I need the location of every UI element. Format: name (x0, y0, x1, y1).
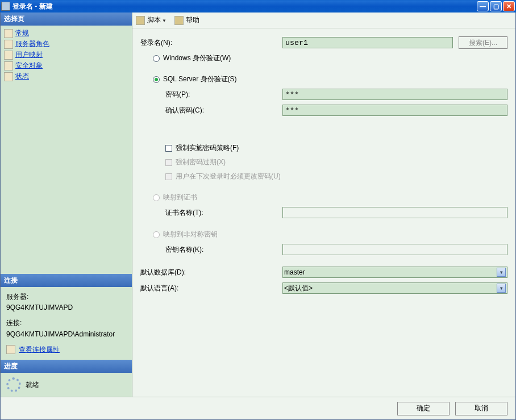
radio-icon (153, 231, 160, 238)
chevron-down-icon: ▾ (497, 268, 506, 277)
titlebar: 登录名 - 新建 — ▢ ✕ (0, 0, 516, 13)
key-name-label: 密钥名称(K): (140, 245, 282, 255)
connection-value: 9QG4KMTUJIMVAPD\Administrator (6, 329, 126, 340)
dialog-footer: 确定 取消 (1, 397, 515, 419)
enforce-expire-label: 强制密码过期(X) (176, 157, 226, 167)
checkbox-icon (165, 159, 172, 166)
page-icon (4, 61, 13, 70)
minimize-button[interactable]: — (477, 1, 489, 11)
sidebar-item-general[interactable]: 常规 (3, 28, 130, 39)
password-label: 密码(P): (140, 90, 282, 99)
sidebar-item-server-roles[interactable]: 服务器角色 (3, 39, 130, 49)
default-db-label: 默认数据库(D): (140, 268, 282, 277)
enforce-expire-checkbox: 强制密码过期(X) (140, 157, 507, 167)
page-icon (4, 51, 13, 60)
map-asym-label: 映射到非对称密钥 (163, 230, 218, 239)
key-name-input (282, 244, 507, 255)
sidebar-item-label: 状态 (15, 72, 29, 81)
must-change-label: 用户在下次登录时必须更改密码(U) (176, 172, 281, 181)
auth-sql-label: SQL Server 身份验证(S) (163, 74, 237, 84)
pages-header: 选择页 (1, 13, 132, 26)
default-lang-select[interactable]: <默认值> ▾ (282, 282, 507, 294)
script-dropdown[interactable]: 脚本 (147, 15, 167, 25)
connection-header: 连接 (1, 274, 132, 287)
sidebar-item-securables[interactable]: 安全对象 (3, 60, 130, 71)
checkbox-icon (165, 173, 172, 180)
content-panel: 脚本 帮助 登录名(N): 搜索(E)... Windows 身份验证(W) S… (132, 13, 515, 397)
map-asym-radio: 映射到非对称密钥 (140, 230, 507, 239)
sidebar-item-user-mapping[interactable]: 用户映射 (3, 49, 130, 60)
login-name-label: 登录名(N): (140, 38, 282, 48)
cancel-button[interactable]: 取消 (455, 402, 507, 415)
help-icon (174, 16, 184, 25)
sidebar: 选择页 常规 服务器角色 用户映射 安全对象 状态 (1, 13, 132, 397)
sidebar-item-label: 服务器角色 (15, 39, 49, 49)
map-cert-label: 映射到证书 (163, 193, 197, 202)
password-input[interactable] (282, 89, 507, 100)
progress-status: 就绪 (26, 380, 39, 390)
view-connection-properties[interactable]: 查看连接属性 (19, 344, 60, 355)
checkbox-icon (165, 145, 172, 152)
progress-ring-icon (6, 377, 21, 392)
default-lang-label: 默认语言(A): (140, 284, 282, 293)
default-db-select[interactable]: master ▾ (282, 267, 507, 278)
progress-header: 进度 (1, 360, 132, 373)
login-name-input[interactable] (282, 37, 453, 48)
window-title: 登录名 - 新建 (13, 2, 477, 11)
server-label: 服务器: (6, 292, 126, 302)
auth-sql-radio[interactable]: SQL Server 身份验证(S) (140, 74, 507, 84)
page-icon (4, 72, 13, 81)
sidebar-item-label: 安全对象 (15, 61, 43, 70)
close-button[interactable]: ✕ (503, 1, 515, 11)
app-icon (1, 2, 10, 11)
map-cert-radio: 映射到证书 (140, 193, 507, 202)
enforce-policy-checkbox[interactable]: 强制实施密码策略(F) (140, 143, 507, 153)
enforce-policy-label: 强制实施密码策略(F) (176, 143, 239, 153)
auth-windows-radio[interactable]: Windows 身份验证(W) (140, 53, 507, 63)
sidebar-item-label: 用户映射 (15, 50, 43, 60)
radio-icon (153, 55, 160, 62)
script-icon (136, 16, 145, 25)
page-icon (4, 40, 13, 49)
must-change-checkbox: 用户在下次登录时必须更改密码(U) (140, 172, 507, 181)
chevron-down-icon: ▾ (497, 284, 506, 293)
search-button: 搜索(E)... (459, 36, 507, 49)
default-db-value: master (284, 268, 305, 276)
sidebar-item-status[interactable]: 状态 (3, 71, 130, 82)
radio-icon (153, 76, 160, 83)
page-icon (4, 29, 13, 38)
confirm-password-label: 确认密码(C): (140, 106, 282, 115)
help-button[interactable]: 帮助 (186, 15, 199, 25)
confirm-password-input[interactable] (282, 105, 507, 116)
connection-label: 连接: (6, 318, 126, 328)
maximize-button[interactable]: ▢ (490, 1, 502, 11)
default-lang-value: <默认值> (284, 284, 313, 293)
auth-windows-label: Windows 身份验证(W) (163, 53, 231, 63)
toolbar: 脚本 帮助 (132, 13, 515, 28)
cert-name-label: 证书名称(T): (140, 208, 282, 218)
radio-icon (153, 194, 160, 201)
connection-props-icon (6, 345, 15, 354)
ok-button[interactable]: 确定 (397, 402, 450, 415)
cert-name-input (282, 207, 507, 218)
sidebar-item-label: 常规 (15, 28, 29, 38)
server-value: 9QG4KMTUJIMVAPD (6, 302, 126, 313)
